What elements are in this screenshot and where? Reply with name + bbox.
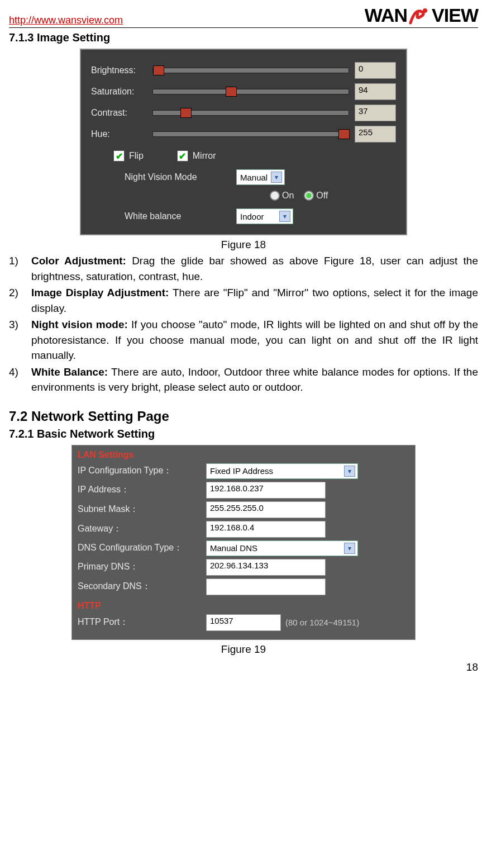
brand-swirl-icon [407, 6, 432, 25]
hue-value[interactable]: 255 [355, 126, 396, 143]
brightness-label: Brightness: [91, 65, 152, 75]
brightness-slider[interactable] [152, 68, 349, 73]
list-text-3: Night vision mode: If you choose "auto" … [31, 317, 478, 363]
brand-logo: WAN VIEW [365, 4, 478, 26]
gateway-input[interactable]: 192.168.0.4 [206, 521, 326, 538]
night-vision-select[interactable]: Manual ▾ [236, 169, 285, 185]
svg-point-0 [423, 8, 427, 13]
list-text-1: Color Adjustment: Drag the glide bar sho… [31, 253, 478, 284]
http-port-input[interactable]: 10537 [206, 614, 281, 631]
ip-input[interactable]: 192.168.0.237 [206, 482, 326, 499]
contrast-thumb[interactable] [180, 108, 192, 118]
mirror-label: Mirror [193, 151, 216, 161]
mirror-checkbox-wrap[interactable]: ✔ Mirror [177, 150, 216, 162]
white-balance-label: White balance [125, 211, 236, 221]
radio-on-label: On [282, 191, 294, 201]
list-text-4: White Balance: There are auto, Indoor, O… [31, 364, 478, 395]
dnsconf-select-value: Manual DNS [210, 543, 257, 553]
http-port-label: HTTP Port： [78, 616, 206, 628]
chevron-down-icon: ▾ [344, 466, 355, 477]
saturation-label: Saturation: [91, 87, 152, 97]
white-balance-select[interactable]: Indoor ▾ [236, 208, 293, 224]
brightness-thumb[interactable] [153, 65, 164, 75]
night-on-radio[interactable]: On [270, 191, 294, 201]
night-vision-select-value: Manual [240, 173, 268, 182]
dnsconf-label: DNS Configuration Type： [78, 542, 206, 554]
radio-off-label: Off [316, 191, 328, 201]
saturation-value[interactable]: 94 [355, 83, 396, 100]
brand-left: WAN [365, 4, 407, 26]
list-num-4: 4) [9, 364, 31, 395]
night-off-radio[interactable]: Off [304, 191, 328, 201]
check-icon: ✔ [113, 150, 125, 162]
brand-right: VIEW [432, 4, 478, 26]
ipconf-label: IP Configuration Type： [78, 465, 206, 477]
http-header: HTTP [78, 601, 409, 611]
saturation-thumb[interactable] [226, 87, 237, 97]
night-vision-label: Night Vision Mode [125, 172, 236, 182]
dns2-label: Secondary DNS： [78, 581, 206, 592]
hue-slider[interactable] [152, 131, 349, 137]
figure-19-caption: Figure 19 [9, 643, 478, 656]
dns1-input[interactable]: 202.96.134.133 [206, 559, 326, 576]
figure-18-caption: Figure 18 [9, 239, 478, 251]
ipconf-select-value: Fixed IP Address [210, 466, 273, 476]
list-num-2: 2) [9, 285, 31, 316]
http-port-note: (80 or 1024~49151) [285, 618, 359, 627]
lan-settings-panel: LAN Settings IP Configuration Type： Fixe… [71, 445, 416, 640]
check-icon: ✔ [177, 150, 188, 162]
contrast-label: Contrast: [91, 108, 152, 118]
radio-selected-icon [304, 191, 314, 201]
heading-7-2: 7.2 Network Setting Page [9, 409, 478, 424]
list-num-1: 1) [9, 253, 31, 284]
mask-input[interactable]: 255.255.255.0 [206, 501, 326, 518]
heading-7-2-1: 7.2.1 Basic Network Setting [9, 428, 478, 440]
dns1-label: Primary DNS： [78, 561, 206, 573]
list-text-2: Image Display Adjustment: There are "Fli… [31, 285, 478, 316]
saturation-slider[interactable] [152, 89, 349, 94]
lan-settings-header: LAN Settings [78, 450, 409, 460]
chevron-down-icon: ▾ [279, 211, 290, 222]
contrast-value[interactable]: 37 [355, 105, 396, 121]
white-balance-select-value: Indoor [240, 212, 264, 221]
mask-label: Subnet Mask： [78, 504, 206, 515]
brightness-value[interactable]: 0 [355, 62, 396, 79]
flip-checkbox-wrap[interactable]: ✔ Flip [113, 150, 144, 162]
heading-7-1-3: 7.1.3 Image Setting [9, 31, 478, 44]
ip-label: IP Address： [78, 484, 206, 496]
image-setting-panel: Brightness: 0 Saturation: 94 Contrast: 3… [80, 49, 407, 235]
hue-thumb[interactable] [338, 129, 350, 139]
site-url-link[interactable]: http://www.wansview.com [9, 15, 123, 26]
hue-label: Hue: [91, 129, 152, 139]
gateway-label: Gateway： [78, 523, 206, 535]
radio-icon [270, 191, 280, 201]
dnsconf-select[interactable]: Manual DNS ▾ [206, 540, 358, 556]
page-number: 18 [9, 661, 478, 673]
chevron-down-icon: ▾ [344, 543, 355, 554]
list-num-3: 3) [9, 317, 31, 363]
chevron-down-icon: ▾ [271, 172, 282, 183]
ipconf-select[interactable]: Fixed IP Address ▾ [206, 463, 358, 479]
dns2-input[interactable] [206, 578, 326, 595]
contrast-slider[interactable] [152, 110, 349, 116]
flip-label: Flip [129, 151, 144, 161]
